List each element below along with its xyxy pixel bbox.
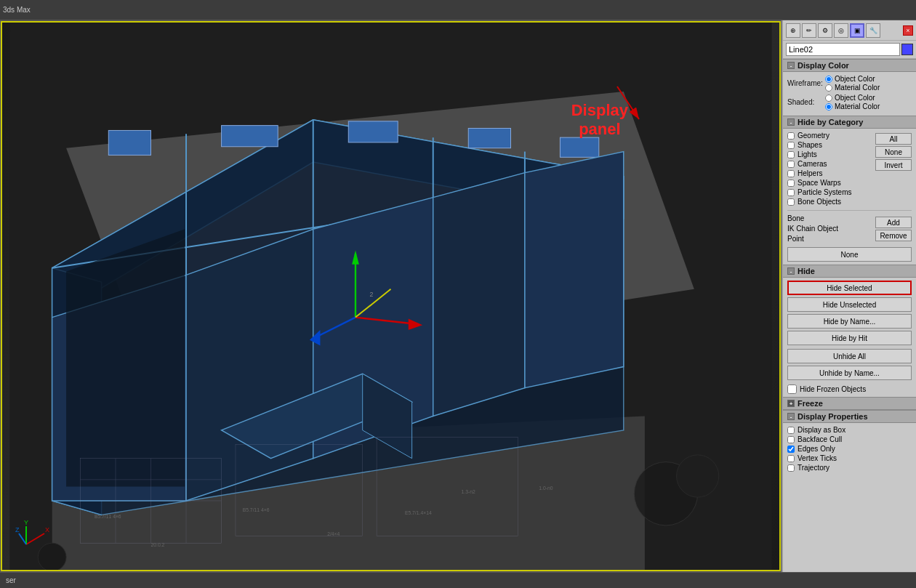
top-toolbar: 3ds Max — [0, 0, 916, 20]
collapse-display-props-btn[interactable]: - — [787, 413, 795, 420]
svg-text:1.3-n2: 1.3-n2 — [462, 489, 475, 494]
cameras-checkbox[interactable] — [787, 161, 795, 168]
display-as-box-checkbox[interactable] — [787, 427, 795, 434]
cameras-label: Cameras — [798, 160, 827, 168]
none-wide-button[interactable]: None — [787, 247, 912, 262]
hide-frozen-checkbox[interactable] — [787, 384, 797, 394]
display-icon-btn[interactable]: ▣ — [850, 23, 864, 38]
vertex-ticks-checkbox[interactable] — [787, 455, 795, 462]
wireframe-radio-group: Object Color Material Color — [825, 75, 880, 92]
geometry-checkbox[interactable] — [787, 132, 795, 140]
svg-rect-12 — [108, 130, 150, 155]
right-panel: ⊕ ✏ ⚙ ◎ ▣ 🔧 × - Display Color Wireframe: — [782, 20, 916, 572]
hide-by-category-title: Hide by Category — [798, 118, 863, 126]
category-bone-objects: Bone Objects — [787, 198, 872, 206]
collapse-hide-category-btn[interactable]: - — [787, 118, 795, 126]
bone-labels: Bone IK Chain Object Point — [787, 214, 838, 244]
shapes-checkbox[interactable] — [787, 142, 795, 149]
shaded-object-color[interactable]: Object Color — [825, 94, 880, 102]
svg-marker-18 — [186, 229, 313, 501]
space-warps-checkbox[interactable] — [787, 180, 795, 187]
wireframe-object-color-label: Object Color — [835, 75, 875, 83]
collapse-hide-btn[interactable]: - — [787, 267, 795, 275]
wireframe-object-color-radio[interactable] — [825, 76, 832, 83]
create-icon-btn[interactable]: ⊕ — [786, 23, 800, 38]
hide-content: Hide Selected Hide Unselected Hide by Na… — [783, 278, 916, 397]
freeze-title: Freeze — [798, 399, 823, 408]
utilities-icon-btn[interactable]: 🔧 — [866, 23, 880, 38]
edges-only-checkbox[interactable] — [787, 446, 795, 453]
wireframe-material-color-radio[interactable] — [825, 84, 832, 92]
hierarchy-icon-btn[interactable]: ⚙ — [818, 23, 832, 38]
all-button[interactable]: All — [875, 133, 912, 145]
wireframe-object-color[interactable]: Object Color — [825, 75, 880, 83]
hide-by-name-button[interactable]: Hide by Name... — [787, 314, 912, 329]
wireframe-label: Wireframe: — [787, 79, 825, 87]
wireframe-material-color-label: Material Color — [835, 84, 880, 92]
particle-systems-checkbox[interactable] — [787, 189, 795, 196]
svg-text:B5.7/11 4×6: B5.7/11 4×6 — [243, 507, 270, 512]
hide-title: Hide — [798, 267, 815, 275]
category-action-buttons: All None Invert — [875, 133, 912, 207]
svg-rect-15 — [468, 129, 510, 148]
shaded-material-color[interactable]: Material Color — [825, 102, 880, 110]
category-shapes: Shapes — [787, 141, 872, 149]
motion-icon-btn[interactable]: ◎ — [834, 23, 848, 38]
category-particle-systems: Particle Systems — [787, 188, 872, 196]
category-space-warps: Space Warps — [787, 179, 872, 187]
hide-by-category-header[interactable]: - Hide by Category — [783, 116, 916, 129]
lights-checkbox[interactable] — [787, 151, 795, 158]
trajectory-checkbox[interactable] — [787, 464, 795, 472]
hide-header[interactable]: - Hide — [783, 265, 916, 278]
svg-rect-16 — [560, 137, 598, 157]
trajectory-label: Trajectory — [798, 464, 829, 472]
close-btn[interactable]: × — [903, 25, 913, 36]
wireframe-material-color[interactable]: Material Color — [825, 84, 880, 92]
svg-marker-24 — [66, 229, 185, 486]
bone-row: Bone IK Chain Object Point Add Remove — [787, 214, 912, 244]
collapse-freeze-btn[interactable]: + — [787, 400, 795, 407]
svg-text:1.0-n0: 1.0-n0 — [539, 486, 553, 491]
geometry-label: Geometry — [798, 132, 829, 140]
add-button[interactable]: Add — [875, 217, 912, 228]
collapse-display-color-btn[interactable]: - — [787, 62, 795, 69]
categories-and-buttons: Geometry Shapes Lights Cameras — [787, 132, 912, 207]
shaded-object-color-label: Object Color — [835, 94, 875, 102]
hide-selected-button[interactable]: Hide Selected — [787, 281, 912, 295]
display-properties-header[interactable]: - Display Properties — [783, 410, 916, 423]
invert-button[interactable]: Invert — [875, 159, 912, 171]
helpers-label: Helpers — [798, 169, 822, 177]
object-color-swatch[interactable] — [901, 44, 913, 55]
unhide-all-button[interactable]: Unhide All — [787, 349, 912, 363]
modify-icon-btn[interactable]: ✏ — [802, 23, 816, 38]
hide-unselected-button[interactable]: Hide Unselected — [787, 297, 912, 312]
remove-button[interactable]: Remove — [875, 230, 912, 241]
backface-cull-checkbox[interactable] — [787, 436, 795, 443]
shaded-material-color-label: Material Color — [835, 102, 880, 110]
unhide-by-name-button[interactable]: Unhide by Name... — [787, 366, 912, 380]
toolbar-title: 3ds Max — [3, 6, 31, 14]
svg-rect-14 — [348, 121, 398, 142]
bone-objects-checkbox[interactable] — [787, 198, 795, 206]
vertex-ticks-label: Vertex Ticks — [798, 454, 837, 462]
edges-only-label: Edges Only — [798, 445, 835, 453]
lights-label: Lights — [798, 150, 817, 158]
shaded-object-color-radio[interactable] — [825, 94, 832, 102]
shaded-material-color-radio[interactable] — [825, 103, 832, 110]
display-as-box-row: Display as Box — [787, 426, 912, 434]
category-cameras: Cameras — [787, 160, 872, 168]
display-color-header[interactable]: - Display Color — [783, 59, 916, 72]
svg-point-34 — [677, 455, 719, 497]
freeze-header[interactable]: + Freeze — [783, 397, 916, 410]
bone-objects-label: Bone Objects — [798, 198, 841, 206]
wireframe-row: Wireframe: Object Color Material Color — [787, 75, 912, 92]
hide-by-hit-button[interactable]: Hide by Hit — [787, 331, 912, 345]
hide-by-category-content: Geometry Shapes Lights Cameras — [783, 129, 916, 265]
helpers-checkbox[interactable] — [787, 170, 795, 177]
object-name-input[interactable] — [786, 43, 900, 56]
svg-text:E5.7/1.4×14: E5.7/1.4×14 — [405, 510, 432, 515]
trajectory-row: Trajectory — [787, 464, 912, 472]
svg-text:X: X — [45, 526, 49, 533]
none-button[interactable]: None — [875, 146, 912, 158]
object-name-row — [783, 41, 916, 59]
